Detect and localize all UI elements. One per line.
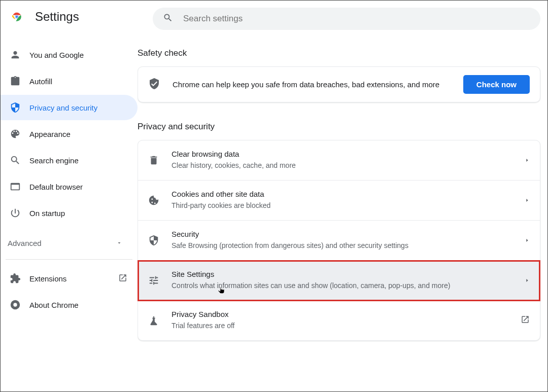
header-left: Settings — [1, 10, 153, 24]
sidebar-item-label: Appearance — [29, 130, 71, 138]
privacy-security-title: Privacy and security — [138, 122, 540, 132]
row-text: Cookies and other site data Third-party … — [172, 190, 525, 211]
check-now-button[interactable]: Check now — [463, 75, 530, 94]
chevron-right-icon — [525, 196, 530, 205]
chrome-logo-icon — [10, 10, 24, 24]
sidebar-item-autofill[interactable]: Autofill — [1, 68, 138, 94]
sidebar-item-label: Autofill — [29, 77, 52, 86]
sidebar-item-label: About Chrome — [29, 301, 79, 309]
row-title: Site Settings — [172, 270, 525, 278]
chevron-right-icon — [525, 276, 530, 285]
sidebar-item-search-engine[interactable]: Search engine — [1, 148, 138, 173]
row-privacy-sandbox[interactable]: Privacy Sandbox Trial features are off — [138, 301, 540, 340]
open-in-new-icon — [521, 315, 530, 326]
chevron-right-icon — [525, 156, 530, 165]
shield-icon — [148, 235, 159, 246]
cookie-icon — [148, 195, 159, 206]
header: Settings — [1, 1, 547, 33]
row-cookies[interactable]: Cookies and other site data Third-party … — [138, 181, 540, 221]
shield-icon — [10, 102, 21, 113]
divider — [6, 259, 132, 260]
advanced-label: Advanced — [8, 239, 42, 247]
sidebar-item-label: Privacy and security — [29, 103, 97, 112]
sidebar-item-label: On startup — [29, 209, 65, 218]
safety-check-title: Safety check — [138, 48, 540, 58]
search-bar[interactable] — [153, 8, 540, 30]
row-subtitle: Third-party cookies are blocked — [172, 200, 525, 211]
safety-check-card: Chrome can help keep you safe from data … — [138, 66, 540, 102]
row-text: Clear browsing data Clear history, cooki… — [172, 150, 525, 171]
sidebar-item-default-browser[interactable]: Default browser — [1, 174, 138, 199]
row-subtitle: Safe Browsing (protection from dangerous… — [172, 240, 525, 251]
chrome-icon — [10, 299, 21, 310]
row-security[interactable]: Security Safe Browsing (protection from … — [138, 221, 540, 261]
page-title: Settings — [35, 10, 79, 24]
sidebar-item-appearance[interactable]: Appearance — [1, 121, 138, 147]
search-icon — [10, 155, 21, 166]
content-wrapper: You and Google Autofill Privacy and secu… — [1, 33, 547, 391]
power-icon — [10, 207, 21, 219]
search-input[interactable] — [183, 14, 530, 24]
row-title: Security — [172, 230, 525, 238]
safety-check-text: Chrome can help keep you safe from data … — [173, 79, 463, 91]
privacy-security-card: Clear browsing data Clear history, cooki… — [138, 140, 540, 341]
sidebar-item-on-startup[interactable]: On startup — [1, 200, 138, 226]
tune-icon — [148, 275, 159, 286]
sidebar-item-about-chrome[interactable]: About Chrome — [1, 292, 138, 317]
sidebar-item-privacy-and-security[interactable]: Privacy and security — [1, 95, 138, 120]
chevron-down-icon — [116, 239, 122, 247]
palette-icon — [10, 128, 21, 139]
extension-icon — [10, 273, 21, 284]
sidebar: You and Google Autofill Privacy and secu… — [1, 33, 138, 391]
main: Safety check Chrome can help keep you sa… — [138, 33, 547, 391]
flask-icon — [148, 315, 159, 326]
svg-point-4 — [13, 303, 17, 306]
row-subtitle: Trial features are off — [172, 320, 521, 331]
person-icon — [10, 49, 21, 60]
row-title: Cookies and other site data — [172, 190, 525, 198]
sidebar-item-label: Extensions — [29, 274, 66, 283]
row-site-settings[interactable]: Site Settings Controls what information … — [138, 261, 540, 301]
sidebar-item-label: You and Google — [29, 51, 84, 59]
browser-icon — [10, 181, 21, 192]
open-in-new-icon — [118, 273, 127, 284]
sidebar-item-extensions[interactable]: Extensions — [1, 266, 138, 291]
clipboard-icon — [10, 76, 21, 87]
sidebar-item-label: Default browser — [29, 183, 83, 191]
chevron-right-icon — [525, 236, 530, 245]
row-clear-browsing-data[interactable]: Clear browsing data Clear history, cooki… — [138, 140, 540, 181]
shield-check-icon — [148, 78, 160, 92]
row-subtitle: Controls what information sites can use … — [172, 280, 525, 291]
row-subtitle: Clear history, cookies, cache, and more — [172, 160, 525, 171]
row-text: Site Settings Controls what information … — [172, 270, 525, 291]
row-title: Privacy Sandbox — [172, 310, 521, 318]
search-icon — [163, 13, 183, 25]
trash-icon — [148, 155, 159, 166]
sidebar-item-label: Search engine — [29, 156, 79, 165]
sidebar-advanced[interactable]: Advanced — [1, 230, 138, 256]
svg-point-1 — [15, 15, 19, 19]
row-text: Privacy Sandbox Trial features are off — [172, 310, 521, 331]
row-title: Clear browsing data — [172, 150, 525, 158]
row-text: Security Safe Browsing (protection from … — [172, 230, 525, 251]
sidebar-item-you-and-google[interactable]: You and Google — [1, 42, 138, 67]
